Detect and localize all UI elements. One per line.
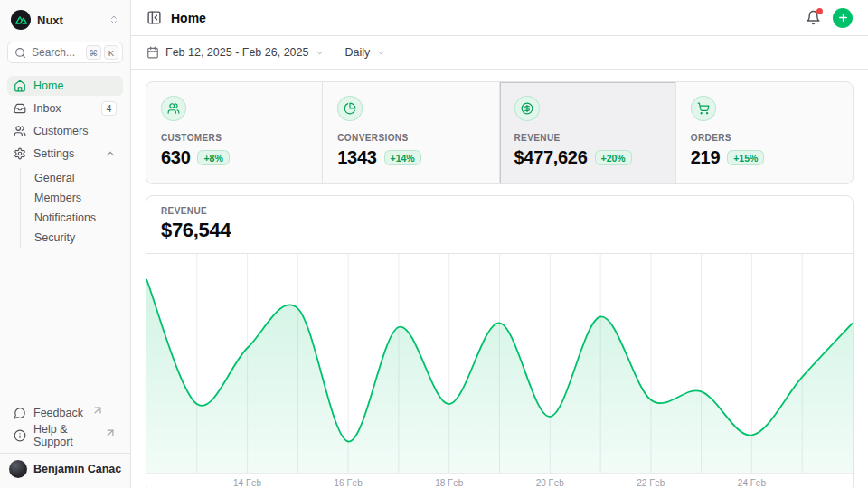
search-shortcut: ⌘K (86, 45, 119, 60)
sidebar-subitem-security[interactable]: Security (21, 228, 123, 248)
users-icon (14, 125, 26, 137)
page-title: Home (171, 11, 206, 25)
sidebar-item-home[interactable]: Home (7, 76, 123, 96)
chevron-down-icon (315, 48, 325, 58)
panel-left-icon (146, 10, 162, 25)
filters-toolbar: Feb 12, 2025 - Feb 26, 2025 Daily (131, 36, 868, 70)
date-range-picker[interactable]: Feb 12, 2025 - Feb 26, 2025 (146, 46, 325, 59)
chart-svg (146, 254, 853, 473)
x-tick-label: 22 Feb (637, 478, 665, 488)
user-menu[interactable]: Benjamin Canac (9, 460, 121, 478)
stat-card-orders[interactable]: ORDERS219+15% (676, 82, 853, 183)
info-icon (14, 429, 26, 442)
chevron-up-icon (104, 147, 117, 160)
stat-icon-wrap (691, 96, 716, 121)
message-circle-icon (14, 407, 26, 419)
stat-value: 630 (161, 147, 190, 168)
inbox-icon (14, 102, 26, 115)
house-icon (14, 80, 26, 92)
sidebar-item-inbox[interactable]: Inbox4 (7, 99, 123, 118)
settings-sub-list: GeneralMembersNotificationsSecurity (20, 168, 123, 248)
stat-label: ORDERS (691, 133, 838, 143)
stat-label: CONVERSIONS (337, 133, 484, 143)
sidebar-item-label: Customers (33, 125, 88, 137)
stat-card-revenue[interactable]: REVENUE$477,626+20% (500, 82, 676, 183)
team-name: Nuxt (37, 14, 63, 27)
x-tick-label: 14 Feb (233, 478, 261, 488)
search-input[interactable]: Search... ⌘K (7, 42, 123, 63)
chart-value: $76,544 (161, 219, 838, 242)
stat-icon-wrap (514, 96, 540, 121)
page-header: Home (131, 0, 868, 36)
stat-label: CUSTOMERS (161, 133, 307, 143)
chart-label: REVENUE (161, 206, 838, 216)
dashboard-content: CUSTOMERS630+8%CONVERSIONS1343+14%REVENU… (131, 70, 868, 488)
collapse-sidebar-button[interactable] (146, 10, 162, 25)
x-tick-label: 16 Feb (335, 478, 363, 488)
sidebar: Nuxt Search... ⌘K HomeInbox4CustomersSet… (0, 0, 131, 488)
sidebar-item-settings[interactable]: Settings (7, 144, 123, 164)
chart-header: REVENUE $76,544 (146, 196, 853, 254)
main-area: Home Feb 12, 2025 - Feb 26, 2025 Daily (131, 0, 868, 488)
stat-value: 219 (691, 147, 720, 168)
chevron-down-icon (376, 48, 386, 58)
cart-icon (697, 102, 710, 115)
calendar-icon (146, 46, 159, 59)
stat-icon-wrap (161, 96, 186, 121)
search-placeholder: Search... (32, 46, 75, 59)
stat-icon-wrap (337, 96, 363, 121)
stat-delta-badge: +20% (595, 150, 632, 165)
app-window: Nuxt Search... ⌘K HomeInbox4CustomersSet… (0, 0, 868, 488)
stats-row: CUSTOMERS630+8%CONVERSIONS1343+14%REVENU… (146, 81, 854, 184)
settings-icon (14, 147, 26, 160)
stat-card-conversions[interactable]: CONVERSIONS1343+14% (323, 82, 499, 183)
date-range-value: Feb 12, 2025 - Feb 26, 2025 (165, 46, 308, 59)
sidebar-item-label: Home (33, 80, 63, 92)
sidebar-subitem-notifications[interactable]: Notifications (21, 208, 123, 228)
plus-icon (837, 12, 849, 23)
period-select[interactable]: Daily (344, 46, 386, 59)
x-tick-label: 20 Feb (536, 478, 564, 488)
chevrons-up-down-icon (108, 14, 119, 25)
stat-label: REVENUE (514, 133, 661, 143)
x-tick-label: 18 Feb (435, 478, 463, 488)
arrow-up-right-icon (91, 404, 104, 417)
sidebar-nav: HomeInbox4CustomersSettingsGeneralMember… (7, 76, 123, 249)
chart-pie-icon (344, 102, 356, 115)
chart-x-axis: 14 Feb16 Feb18 Feb20 Feb22 Feb24 Feb (146, 473, 853, 488)
user-name: Benjamin Canac (33, 463, 121, 475)
stat-delta-badge: +8% (197, 150, 229, 165)
revenue-chart-card: REVENUE $76,544 14 Feb16 Feb18 Feb20 Feb… (146, 195, 854, 488)
avatar (9, 460, 27, 478)
inbox-count-badge: 4 (101, 101, 117, 116)
stat-delta-badge: +15% (727, 150, 764, 165)
stat-value: $477,626 (514, 147, 588, 168)
nuxt-logo-icon (11, 10, 31, 30)
sidebar-subitem-general[interactable]: General (21, 168, 123, 188)
search-icon (14, 47, 26, 59)
x-tick-label: 24 Feb (738, 478, 766, 488)
sidebar-item-help-support[interactable]: Help & Support (7, 426, 123, 446)
sidebar-footer-nav: FeedbackHelp & Support (7, 403, 123, 446)
kbd-key: K (104, 45, 118, 60)
arrow-up-right-icon (104, 427, 117, 439)
team-switcher[interactable]: Nuxt (7, 7, 123, 33)
notification-dot (816, 8, 823, 14)
sidebar-subitem-members[interactable]: Members (21, 188, 123, 208)
revenue-area-chart[interactable] (146, 254, 853, 473)
sidebar-user-section: Benjamin Canac (0, 453, 130, 481)
stat-card-customers[interactable]: CUSTOMERS630+8% (146, 82, 323, 183)
notifications-button[interactable] (806, 10, 821, 25)
period-value: Daily (344, 46, 370, 59)
stat-delta-badge: +14% (384, 150, 421, 165)
sidebar-item-customers[interactable]: Customers (7, 121, 123, 141)
sidebar-item-feedback[interactable]: Feedback (7, 403, 123, 423)
users-icon (167, 102, 180, 115)
sidebar-item-label: Inbox (33, 102, 61, 115)
kbd-key: ⌘ (86, 45, 102, 60)
new-item-button[interactable] (833, 8, 853, 28)
stat-value: 1343 (337, 147, 376, 168)
circle-dollar-icon (521, 102, 533, 115)
sidebar-item-label: Settings (33, 147, 74, 160)
